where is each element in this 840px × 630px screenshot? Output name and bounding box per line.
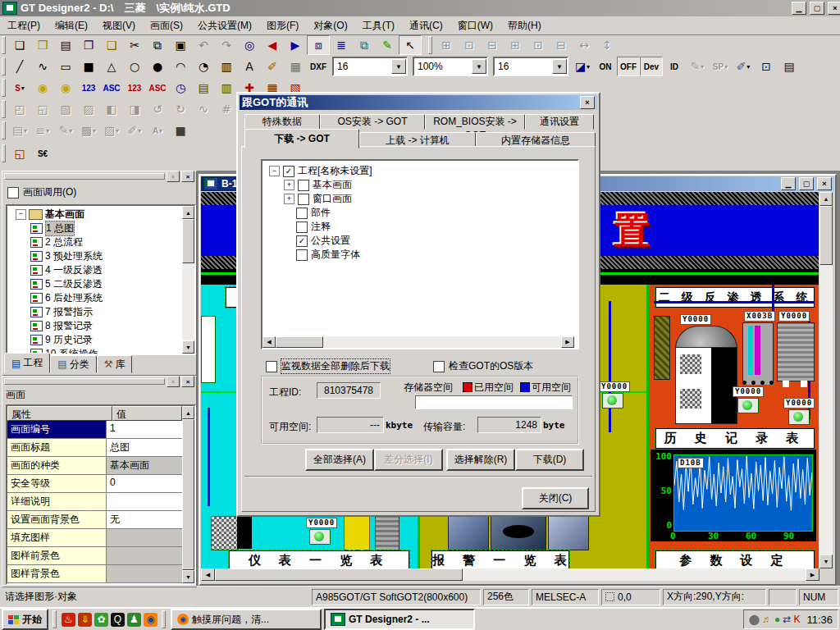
download-tree-item[interactable]: 注释: [264, 220, 576, 234]
task-browser[interactable]: ◉触摸屏问题，清...: [171, 609, 322, 630]
dialog-tab-下载 -> GOT[interactable]: 下载 -> GOT: [244, 129, 359, 148]
dialog-tab-ROM_BIOS安装 -> GOT[interactable]: ROM_BIOS安装 -> GOT: [425, 114, 525, 130]
download-tree-item[interactable]: 高质量字体: [264, 248, 576, 262]
tree-folder-row[interactable]: −基本画面: [16, 208, 182, 221]
layer-icon[interactable]: ⧉: [353, 35, 376, 55]
scroll-right-icon[interactable]: ▶: [806, 568, 819, 581]
task-gt-designer[interactable]: GT Designer2 - ...: [324, 609, 475, 630]
chevron-down-icon[interactable]: ▼: [472, 59, 486, 74]
scroll-thumb[interactable]: [215, 568, 463, 581]
report-icon[interactable]: ◱: [8, 144, 31, 163]
chevron-down-icon[interactable]: ▼: [552, 59, 567, 74]
dialog-button-4[interactable]: 下载(D): [515, 449, 584, 471]
paint-icon[interactable]: ✐: [261, 57, 284, 76]
polyline-icon[interactable]: ∿: [31, 57, 54, 76]
property-row[interactable]: 填充图样: [7, 529, 182, 547]
item-checkbox[interactable]: [296, 221, 308, 233]
download-tree-item[interactable]: 部件: [264, 206, 576, 220]
scroll-left-icon[interactable]: ◀: [262, 336, 276, 348]
image-icon[interactable]: ▦: [284, 57, 307, 76]
quicklaunch-qq-icon[interactable]: Q: [111, 613, 125, 627]
property-value[interactable]: 1: [107, 421, 182, 438]
property-row[interactable]: 设置画面背景色无: [7, 511, 182, 529]
check-os-version-checkbox[interactable]: [433, 361, 445, 372]
menu-1[interactable]: 编辑(E): [48, 16, 95, 35]
next-screen-icon[interactable]: ▶: [284, 35, 307, 55]
panel-gripper[interactable]: [4, 173, 165, 180]
chevron-down-icon[interactable]: ▼: [391, 59, 406, 74]
scroll-down-icon[interactable]: ▼: [182, 570, 194, 583]
screen-item-4[interactable]: 4 一级反渗透: [16, 263, 182, 277]
hmi-hscrollbar[interactable]: ◀ ▶: [201, 568, 819, 581]
undo-icon[interactable]: ↶: [192, 35, 215, 55]
panel-restore-button[interactable]: ▫: [167, 171, 180, 182]
start-button[interactable]: 开始: [2, 609, 48, 630]
save-icon[interactable]: ▤: [54, 35, 77, 55]
download-tree-item[interactable]: +基本画面: [264, 178, 576, 192]
property-row[interactable]: 画面编号1: [7, 421, 182, 439]
toolbar-gripper[interactable]: [428, 36, 432, 54]
item-checkbox[interactable]: [296, 208, 308, 219]
shape-color-icon[interactable]: ✐▾: [732, 57, 755, 76]
restore-button[interactable]: ▢: [810, 2, 824, 15]
panel-close-button[interactable]: ×: [181, 376, 194, 387]
menu-10[interactable]: 帮助(H): [500, 16, 549, 35]
screen-item-2[interactable]: 2 总流程: [16, 235, 182, 249]
item-checkbox[interactable]: ✓: [296, 235, 308, 247]
scroll-thumb[interactable]: [182, 219, 194, 263]
zoom-combo[interactable]: 100% ▼: [413, 57, 488, 76]
data-list-icon[interactable]: ▤: [778, 57, 801, 76]
numeric-display-icon[interactable]: 123: [77, 78, 100, 98]
property-row[interactable]: 图样背景色: [7, 565, 182, 583]
circle-icon[interactable]: ○: [123, 57, 146, 76]
property-row[interactable]: 画面的种类基本画面: [7, 457, 182, 475]
scroll-up-icon[interactable]: ▲: [819, 192, 833, 206]
tray-antivirus-icon[interactable]: K: [793, 614, 800, 624]
dialog-button-3[interactable]: 选择解除(R): [446, 449, 515, 471]
scroll-up-icon[interactable]: ▲: [182, 406, 194, 419]
on-preview-button[interactable]: ON: [594, 57, 617, 76]
comment-bit-icon[interactable]: ▤: [192, 78, 215, 98]
quicklaunch-download-icon[interactable]: ⇓: [78, 613, 92, 627]
screen-item-8[interactable]: 8 报警记录: [16, 319, 182, 333]
scroll-track[interactable]: [182, 263, 194, 340]
switch-icon[interactable]: S▾: [8, 78, 31, 98]
quicklaunch-firefox-icon[interactable]: ◉: [144, 613, 158, 627]
menu-8[interactable]: 通讯(C): [402, 16, 450, 35]
scroll-down-icon[interactable]: ▼: [819, 555, 833, 568]
text-icon[interactable]: A: [238, 57, 261, 76]
minimize-button[interactable]: ▁: [792, 2, 806, 15]
tray-mouse-icon[interactable]: ⬤: [749, 614, 760, 624]
quicklaunch-flashget-icon[interactable]: ♨: [62, 613, 75, 627]
property-value[interactable]: [107, 547, 182, 564]
tray-volume-icon[interactable]: ♬: [762, 614, 772, 624]
tree-hscrollbar[interactable]: ◀ ▶: [262, 336, 574, 348]
prev-screen-icon[interactable]: ◀: [261, 35, 284, 55]
screen-manager-icon[interactable]: ⧈: [307, 35, 330, 55]
toolbar-gripper[interactable]: [2, 36, 6, 54]
tab-project[interactable]: ▤工程: [4, 353, 50, 373]
collapse-icon[interactable]: −: [16, 209, 26, 220]
dialog-tab-特殊数据[interactable]: 特殊数据: [244, 114, 320, 130]
menu-6[interactable]: 对象(O): [306, 16, 354, 35]
expander-icon[interactable]: +: [284, 194, 294, 204]
line-icon[interactable]: ╱: [8, 57, 31, 76]
menu-0[interactable]: 工程(P): [0, 16, 48, 35]
tab-library[interactable]: ⚒库: [97, 355, 133, 373]
screen-item-5[interactable]: 5 二级反渗透: [16, 277, 182, 291]
item-checkbox[interactable]: [298, 180, 309, 191]
tree-scrollbar[interactable]: ▲ ▼: [182, 206, 194, 354]
scroll-up-icon[interactable]: ▲: [182, 206, 194, 219]
scroll-thumb[interactable]: [276, 336, 323, 348]
filled-circle-icon[interactable]: ●: [146, 57, 169, 76]
scroll-track[interactable]: [463, 568, 806, 581]
screen-item-9[interactable]: 9 历史记录: [16, 333, 182, 347]
child-close-button[interactable]: ×: [817, 177, 832, 190]
quicklaunch-bird-icon[interactable]: ♟: [127, 613, 141, 627]
tray-agent-icon[interactable]: ●: [774, 614, 780, 624]
polygon-icon[interactable]: △: [100, 57, 123, 76]
scroll-track[interactable]: [323, 336, 561, 348]
lamp-bit-icon[interactable]: ◉: [31, 78, 54, 98]
scroll-thumb[interactable]: [182, 419, 194, 570]
font-size-combo[interactable]: 16 ▼: [332, 57, 408, 76]
